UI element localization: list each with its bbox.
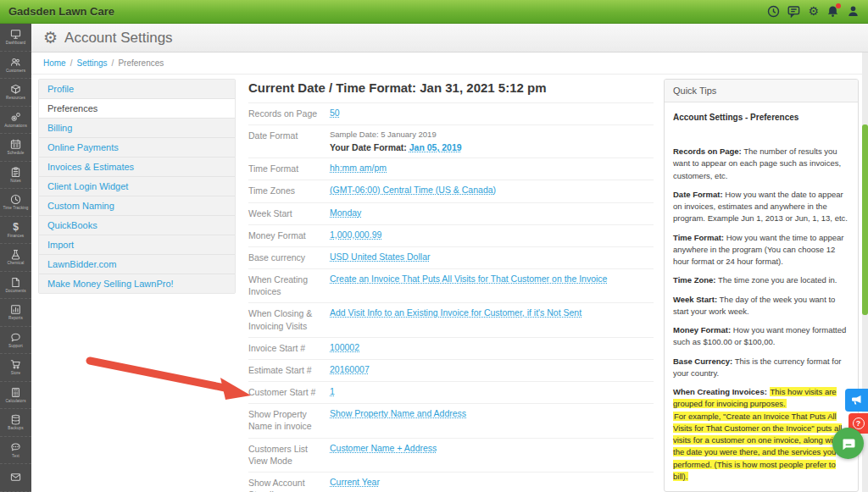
row-customer-start: Customer Start # 1 — [248, 382, 654, 404]
when-closing-invoicing-link[interactable]: Add Visit Info to an Existing Invoice fo… — [330, 307, 581, 318]
estimate-start-link[interactable]: 20160007 — [330, 364, 370, 374]
topbar-icons: ⚙ — [767, 5, 860, 18]
document-icon — [10, 277, 21, 288]
show-account-standing-link[interactable]: Current Year — [330, 477, 380, 487]
sidebar-item-text[interactable]: Text — [0, 437, 31, 465]
settings-menu: Profile Preferences Billing Online Payme… — [38, 79, 236, 294]
sidebar-item-finances[interactable]: $ Finances — [0, 217, 31, 245]
gear-icon: ⚙ — [43, 30, 58, 46]
announcements-button[interactable] — [845, 389, 868, 412]
company-name: Gadsden Lawn Care — [8, 5, 114, 18]
bar-chart-icon — [10, 304, 21, 315]
highlighted-tip: When Creating Invoices: This how visits … — [673, 386, 849, 483]
menu-item-preferences[interactable]: Preferences — [39, 99, 235, 119]
breadcrumb-settings[interactable]: Settings — [76, 58, 107, 68]
date-format-link[interactable]: Jan 05, 2019 — [409, 142, 462, 152]
main-sidebar: Dashboard Customers Resources Automation… — [0, 24, 31, 492]
people-icon — [10, 57, 21, 68]
sidebar-item-resources[interactable]: Resources — [0, 79, 31, 107]
sms-icon — [10, 442, 21, 453]
notification-dot — [836, 3, 841, 8]
calendar-icon — [10, 139, 21, 150]
menu-item-profile[interactable]: Profile — [39, 80, 235, 99]
clock-icon — [10, 194, 21, 205]
sidebar-item-documents[interactable]: Documents — [0, 272, 31, 300]
chat-icon — [841, 436, 856, 451]
row-when-creating-invoices: When Creating Invoices Create an Invoice… — [248, 269, 654, 303]
user-icon[interactable] — [847, 5, 860, 18]
bell-icon[interactable] — [826, 5, 839, 18]
week-start-link[interactable]: Monday — [330, 207, 361, 218]
row-customers-list-view-mode: Customers List View Mode Customer Name +… — [248, 439, 654, 473]
show-property-name-link[interactable]: Show Property Name and Address — [330, 408, 466, 418]
menu-item-quickbooks[interactable]: QuickBooks — [39, 216, 235, 235]
sidebar-item-automations[interactable]: Automations — [0, 107, 31, 135]
sidebar-item-notes[interactable]: Notes — [0, 162, 31, 190]
row-records-on-page: Records on Page 50 — [248, 103, 654, 125]
quick-tips-header: Quick Tips — [665, 80, 858, 102]
gear-icon[interactable]: ⚙ — [808, 5, 819, 18]
menu-item-billing[interactable]: Billing — [39, 119, 235, 138]
menu-item-client-login-widget[interactable]: Client Login Widget — [39, 177, 235, 196]
chat-widget-button[interactable] — [832, 428, 864, 459]
quick-tips-body: Account Settings - Preferences Records o… — [665, 102, 858, 492]
content-area: Profile Preferences Billing Online Payme… — [31, 75, 868, 492]
comments-icon[interactable] — [787, 5, 800, 18]
scrollbar-thumb[interactable] — [862, 124, 868, 315]
base-currency-link[interactable]: USD United States Dollar — [330, 252, 430, 262]
money-format-link[interactable]: 1,000,000.99 — [330, 229, 381, 240]
row-base-currency: Base currency USD United States Dollar — [248, 247, 654, 269]
row-show-property-name: Show Property Name in invoice Show Prope… — [248, 404, 654, 438]
breadcrumb-current: Preferences — [118, 58, 164, 68]
invoice-start-link[interactable]: 100002 — [330, 342, 359, 352]
menu-item-online-payments[interactable]: Online Payments — [39, 138, 235, 158]
menu-item-invoices-estimates[interactable]: Invoices & Estimates — [39, 158, 235, 177]
sidebar-item-schedule[interactable]: Schedule — [0, 134, 31, 162]
menu-item-make-money[interactable]: Make Money Selling LawnPro! — [39, 274, 235, 293]
row-estimate-start: Estimate Start # 20160007 — [248, 360, 654, 382]
records-on-page-link[interactable]: 50 — [330, 108, 340, 118]
sidebar-item-support[interactable]: Support — [0, 327, 31, 355]
when-creating-invoices-link[interactable]: Create an Invoice That Puts All Visits f… — [330, 274, 607, 284]
row-time-zones: Time Zones (GMT-06:00) Central Time (US … — [248, 180, 654, 202]
row-date-format: Date Format Sample Date: 5 January 2019 … — [248, 125, 654, 158]
row-week-start: Week Start Monday — [248, 203, 654, 225]
row-show-account-standing: Show Account Standing Current Year — [248, 473, 654, 492]
sidebar-item-mail[interactable] — [0, 464, 31, 492]
quick-tips-heading: Account Settings - Preferences — [673, 111, 849, 124]
sidebar-item-store[interactable]: Store — [0, 354, 31, 382]
sidebar-item-backups[interactable]: Backups — [0, 409, 31, 437]
page-title: Account Settings — [64, 30, 173, 47]
your-date-format: Your Date Format: Jan 05, 2019 — [330, 142, 654, 152]
question-icon: ? — [853, 417, 865, 429]
breadcrumb-home[interactable]: Home — [43, 58, 66, 68]
menu-item-custom-naming[interactable]: Custom Naming — [39, 196, 235, 216]
time-format-link[interactable]: hh:mm am/pm — [330, 163, 387, 173]
menu-item-lawnbidder[interactable]: LawnBidder.com — [39, 255, 235, 274]
monitor-icon — [10, 29, 21, 40]
row-invoice-start: Invoice Start # 100002 — [248, 338, 654, 360]
sidebar-item-customers[interactable]: Customers — [0, 52, 31, 80]
gears-icon — [10, 112, 21, 123]
sidebar-item-calculators[interactable]: Calculators — [0, 382, 31, 410]
time-zones-link[interactable]: (GMT-06:00) Central Time (US & Canada) — [330, 185, 496, 195]
sidebar-item-dashboard[interactable]: Dashboard — [0, 24, 31, 52]
sidebar-item-chemical[interactable]: Chemical — [0, 244, 31, 272]
flask-icon — [10, 249, 21, 260]
chat-bubble-icon — [10, 332, 21, 343]
cart-icon — [10, 359, 21, 370]
envelope-icon — [10, 472, 21, 483]
customer-start-link[interactable]: 1 — [330, 386, 335, 396]
preferences-rows: Records on Page 50 Date Format Sample Da… — [248, 103, 654, 492]
sidebar-item-reports[interactable]: Reports — [0, 299, 31, 327]
clock-icon[interactable] — [767, 5, 780, 18]
row-time-format: Time Format hh:mm am/pm — [248, 158, 654, 180]
database-icon — [10, 414, 21, 425]
menu-item-import[interactable]: Import — [39, 235, 235, 255]
sample-date: Sample Date: 5 January 2019 — [330, 130, 654, 139]
breadcrumb: Home / Settings / Preferences — [31, 53, 868, 75]
section-title: Current Date / Time Format: Jan 31, 2021… — [248, 75, 654, 103]
sidebar-item-time-tracking[interactable]: Time Tracking — [0, 189, 31, 217]
quick-tips-panel: Quick Tips Account Settings - Preference… — [664, 79, 859, 492]
customers-list-view-mode-link[interactable]: Customer Name + Address — [330, 443, 437, 453]
